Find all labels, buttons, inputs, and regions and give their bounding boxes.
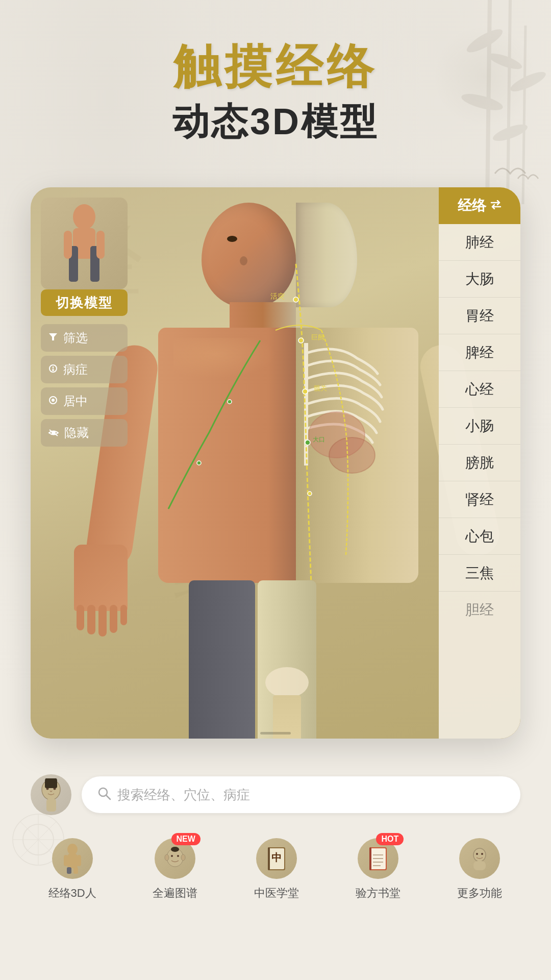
search-bar[interactable]: 搜索经络、穴位、病症 <box>82 776 520 813</box>
nav-item-meridian-3d[interactable]: 经络3D人 <box>48 836 96 901</box>
svg-rect-53 <box>67 854 78 868</box>
meridian-label-heart: 心经 <box>465 380 494 399</box>
nav-label-meridian-3d: 经络3D人 <box>48 886 96 901</box>
meridian-item-lung[interactable]: 肺经 <box>439 224 520 261</box>
nav-icon-meridian-3d <box>49 836 95 881</box>
swap-icon <box>490 200 502 212</box>
meridian-label-small-intestine: 小肠 <box>465 416 494 436</box>
main-title: 触摸经络 <box>0 41 551 92</box>
nav-badge-hot: HOT <box>376 833 404 845</box>
svg-point-59 <box>171 855 173 857</box>
nav-label-tcm-classic: 中医学堂 <box>254 886 299 901</box>
search-bar-row: 搜索经络、穴位、病症 <box>20 774 531 815</box>
center-label: 居中 <box>63 393 88 409</box>
meridian-item-bladder[interactable]: 膀胱 <box>439 445 520 481</box>
meridian-list: 肺经 大肠 胃经 脾经 心经 小肠 膀胱 肾经 <box>439 224 520 628</box>
meridian-label-lung: 肺经 <box>465 233 494 252</box>
svg-marker-36 <box>49 333 57 340</box>
svg-rect-47 <box>46 799 56 812</box>
meridian-label-bladder: 膀胱 <box>465 453 494 473</box>
meridian-item-small-intestine[interactable]: 小肠 <box>439 408 520 445</box>
meridian-item-gallbladder[interactable]: 胆经 <box>439 592 520 628</box>
svg-rect-35 <box>96 231 105 259</box>
meridian-item-stomach[interactable]: 胃经 <box>439 298 520 334</box>
nav-badge-new: NEW <box>171 833 201 845</box>
svg-line-51 <box>106 795 110 799</box>
filter-label: 筛选 <box>63 330 88 346</box>
svg-text:中: 中 <box>271 852 282 863</box>
model-thumbnail <box>41 198 128 289</box>
svg-rect-49 <box>45 780 57 788</box>
nav-icon-more <box>457 836 503 881</box>
leg-right <box>258 580 316 739</box>
filter-button[interactable]: 筛选 <box>41 324 128 352</box>
symptom-button[interactable]: 病症 <box>41 356 128 383</box>
nav-item-tcm-book[interactable]: HOT 验方书堂 <box>355 836 401 901</box>
bottom-section: 搜索经络、穴位、病症 经络3D人 <box>0 759 551 916</box>
app-card: 经 络 <box>31 187 520 739</box>
nav-item-more[interactable]: 更多功能 <box>457 836 503 901</box>
symptom-icon <box>48 363 58 376</box>
nav-icon-face-map: NEW <box>152 836 198 881</box>
svg-rect-74 <box>369 847 371 870</box>
svg-point-52 <box>67 844 78 855</box>
torso-left <box>158 328 296 583</box>
hide-icon <box>48 427 59 439</box>
center-button[interactable]: 居中 <box>41 387 128 415</box>
search-icon <box>97 786 111 804</box>
header: 触摸经络 动态3D模型 <box>0 0 551 172</box>
leg-left <box>189 580 255 739</box>
svg-rect-54 <box>64 855 68 866</box>
svg-point-63 <box>181 854 185 861</box>
nav-label-more: 更多功能 <box>457 886 502 901</box>
svg-rect-55 <box>77 855 81 866</box>
left-panel: 切换模型 筛选 病症 居中 <box>31 187 138 739</box>
filter-icon <box>48 332 58 345</box>
svg-point-62 <box>165 854 169 861</box>
nav-label-tcm-book: 验方书堂 <box>356 886 400 901</box>
meridian-item-triple-burner[interactable]: 三焦 <box>439 555 520 592</box>
meridian-item-heart[interactable]: 心经 <box>439 371 520 408</box>
svg-rect-57 <box>73 867 78 874</box>
svg-rect-34 <box>64 231 72 259</box>
bottom-nav: 经络3D人 NEW 全遍 <box>20 825 531 906</box>
svg-rect-78 <box>473 861 486 870</box>
drag-indicator <box>260 732 291 734</box>
svg-point-39 <box>53 370 54 371</box>
switch-model-button[interactable]: 切换模型 <box>41 289 128 316</box>
torso-right <box>296 328 418 583</box>
meridian-label-spleen: 脾经 <box>465 343 494 362</box>
meridian-item-pericardium[interactable]: 心包 <box>439 518 520 555</box>
filter-buttons: 筛选 病症 居中 隐藏 <box>41 324 128 451</box>
nav-item-tcm-classic[interactable]: 中 中医学堂 <box>254 836 299 901</box>
sub-title: 动态3D模型 <box>0 97 551 146</box>
meridian-item-spleen[interactable]: 脾经 <box>439 334 520 371</box>
hide-button[interactable]: 隐藏 <box>41 419 128 447</box>
meridian-label-triple-burner: 三焦 <box>465 564 494 583</box>
svg-rect-56 <box>67 867 71 874</box>
meridian-label-stomach: 胃经 <box>465 306 494 326</box>
svg-point-61 <box>171 847 179 852</box>
nav-label-face-map: 全遍图谱 <box>153 886 197 901</box>
center-icon <box>48 395 58 408</box>
svg-point-30 <box>73 204 95 230</box>
meridian-item-large-intestine[interactable]: 大肠 <box>439 261 520 298</box>
meridian-label-pericardium: 心包 <box>465 527 494 546</box>
symptom-label: 病症 <box>63 361 88 378</box>
avatar-icon[interactable] <box>31 774 71 815</box>
meridian-header-label: 经络 <box>458 196 486 215</box>
svg-point-75 <box>473 848 486 862</box>
svg-point-60 <box>177 855 179 857</box>
hide-label: 隐藏 <box>64 425 89 441</box>
svg-point-77 <box>481 853 483 855</box>
meridian-item-kidney[interactable]: 肾经 <box>439 481 520 518</box>
svg-rect-67 <box>268 847 270 870</box>
right-panel: 经络 肺经 大肠 胃经 脾经 心经 <box>439 187 520 739</box>
nav-icon-tcm-book: HOT <box>355 836 401 881</box>
search-placeholder-text: 搜索经络、穴位、病症 <box>117 786 250 804</box>
switch-model-label: 切换模型 <box>56 294 113 312</box>
meridian-header[interactable]: 经络 <box>439 187 520 224</box>
meridian-label-kidney: 肾经 <box>465 490 494 509</box>
nav-item-face-map[interactable]: NEW 全遍图谱 <box>152 836 198 901</box>
meridian-label-large-intestine: 大肠 <box>465 270 494 289</box>
